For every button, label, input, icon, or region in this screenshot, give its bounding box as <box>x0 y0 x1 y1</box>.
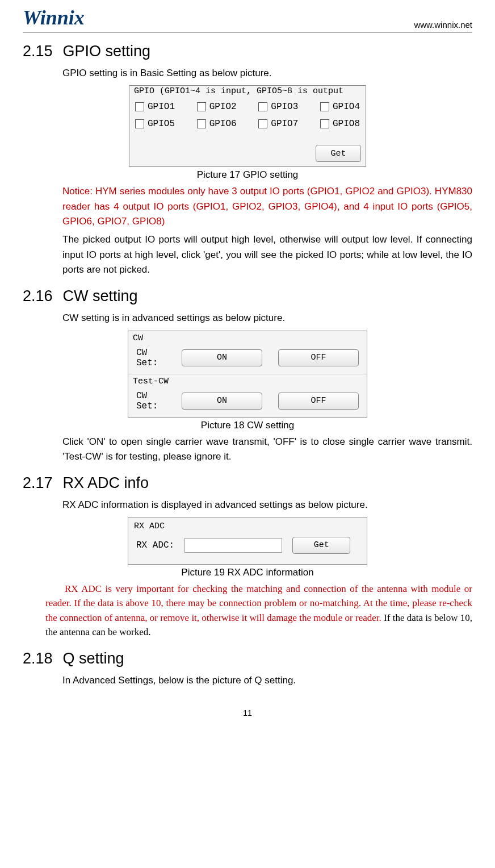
section-title: RX ADC info <box>63 474 149 491</box>
site-url: www.winnix.net <box>414 20 472 30</box>
checkbox-icon <box>320 102 329 111</box>
section-number: 2.16 <box>23 287 53 304</box>
gpio1-checkbox[interactable]: GPIO1 <box>135 102 175 112</box>
label: GPIO8 <box>333 119 360 129</box>
testcw-on-button[interactable]: ON <box>182 393 262 410</box>
gpio-caption: Picture 17 GPIO setting <box>23 169 472 181</box>
checkbox-icon <box>258 102 267 111</box>
cw-desc: Click 'ON' to open single carrier wave t… <box>23 435 472 465</box>
gpio3-checkbox[interactable]: GPIO3 <box>258 102 298 112</box>
q-intro: In Advanced Settings, below is the pictu… <box>23 673 472 688</box>
cw-off-button[interactable]: OFF <box>278 349 359 366</box>
gpio-notice: Notice: HYM series modules only have 3 o… <box>23 184 472 229</box>
gpio-figure: GPIO (GPIO1~4 is input, GPIO5~8 is outpu… <box>129 85 366 167</box>
heading-gpio: 2.15GPIO setting <box>23 43 472 60</box>
cw-on-button[interactable]: ON <box>182 349 262 366</box>
gpio4-checkbox[interactable]: GPIO4 <box>320 102 360 112</box>
checkbox-icon <box>135 102 144 111</box>
cw-row-label: CW Set: <box>136 391 166 411</box>
label: GPIO6 <box>209 119 237 129</box>
label: GPIO7 <box>271 119 298 129</box>
gpio-group-title: GPIO (GPIO1~4 is input, GPIO5~8 is outpu… <box>134 86 361 96</box>
label: GPIO1 <box>148 102 175 112</box>
label: GPIO3 <box>271 102 298 112</box>
cw-intro: CW setting is in advanced settings as be… <box>23 311 472 326</box>
section-number: 2.17 <box>23 474 53 491</box>
rxadc-warning: RX ADC is very important for checking th… <box>23 582 472 640</box>
rxadc-intro: RX ADC information is displayed in advan… <box>23 498 472 512</box>
testcw-off-button[interactable]: OFF <box>278 393 359 410</box>
checkbox-icon <box>197 119 206 128</box>
gpio-get-button[interactable]: Get <box>316 145 361 162</box>
section-title: CW setting <box>63 287 138 304</box>
cw-group-label: CW <box>128 331 367 343</box>
checkbox-icon <box>135 119 144 128</box>
checkbox-icon <box>197 102 206 111</box>
page-header: Winnix www.winnix.net <box>23 0 472 32</box>
heading-q: 2.18Q setting <box>23 650 472 667</box>
label: GPIO2 <box>209 102 237 112</box>
rxadc-group-label: RX ADC <box>128 519 367 535</box>
logo: Winnix <box>23 6 85 30</box>
checkbox-icon <box>258 119 267 128</box>
testcw-group-label: Test-CW <box>128 374 367 386</box>
gpio5-checkbox[interactable]: GPIO5 <box>135 119 175 129</box>
rxadc-figure: RX ADC RX ADC: Get <box>128 518 367 565</box>
section-title: GPIO setting <box>63 43 151 60</box>
cw-row-label: CW Set: <box>136 348 166 368</box>
section-number: 2.18 <box>23 650 53 667</box>
cw-caption: Picture 18 CW setting <box>23 420 472 431</box>
heading-rxadc: 2.17RX ADC info <box>23 474 472 492</box>
gpio2-checkbox[interactable]: GPIO2 <box>197 102 237 112</box>
label: GPIO4 <box>333 102 360 112</box>
section-title: Q setting <box>63 650 124 667</box>
page-number: 11 <box>23 708 472 717</box>
section-number: 2.15 <box>23 43 53 60</box>
rxadc-row-label: RX ADC: <box>136 540 174 550</box>
rxadc-get-button[interactable]: Get <box>292 537 350 554</box>
gpio-intro: GPIO setting is in Basic Setting as belo… <box>23 66 472 81</box>
rxadc-caption: Picture 19 RX ADC information <box>23 567 472 578</box>
checkbox-icon <box>320 119 329 128</box>
gpio6-checkbox[interactable]: GPIO6 <box>197 119 237 129</box>
gpio7-checkbox[interactable]: GPIO7 <box>258 119 298 129</box>
gpio-desc: The picked output IO ports will output h… <box>23 232 472 277</box>
label: GPIO5 <box>148 119 175 129</box>
rxadc-input[interactable] <box>184 538 282 553</box>
heading-cw: 2.16CW setting <box>23 287 472 305</box>
gpio8-checkbox[interactable]: GPIO8 <box>320 119 360 129</box>
cw-figure: CW CW Set: ON OFF Test-CW CW Set: ON OFF <box>128 331 367 418</box>
